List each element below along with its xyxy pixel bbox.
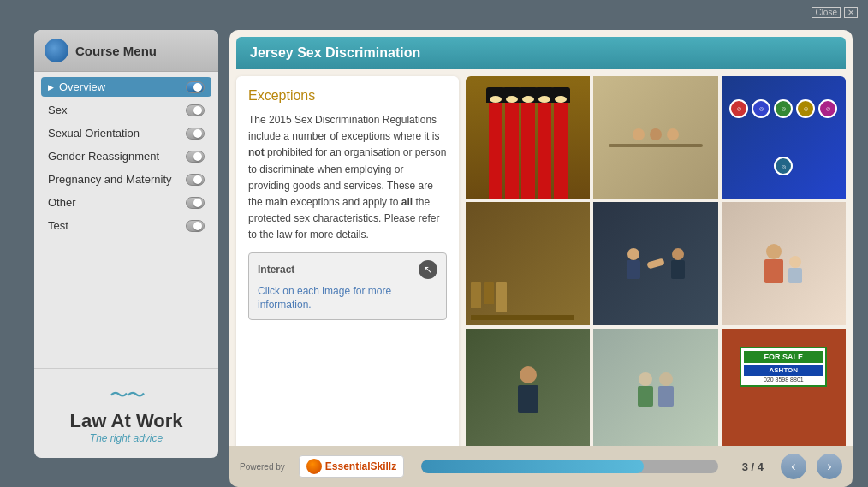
toggle-sexual-orientation[interactable]	[186, 128, 205, 140]
image-woman[interactable]	[466, 329, 590, 451]
text-bold2: all	[401, 196, 413, 208]
logo-title: Law At Work	[48, 410, 205, 432]
page-indicator: 3 / 4	[742, 460, 764, 473]
cursor-icon: ↖	[419, 260, 437, 279]
image-meeting[interactable]	[593, 76, 717, 199]
sidebar-item-sex[interactable]: Sex	[41, 100, 211, 120]
image-grid: ◎ ◎ ◎ ◎ ◎ ◎	[466, 76, 846, 451]
sidebar-title: Course Menu	[75, 44, 157, 58]
globe-icon	[45, 39, 68, 62]
image-baby[interactable]	[722, 202, 846, 324]
image-elderly[interactable]	[593, 329, 717, 451]
logo-waves-icon: 〜〜	[48, 383, 205, 408]
prev-button[interactable]: ‹	[781, 454, 806, 479]
main-title: Jersey Sex Discrimination	[250, 45, 420, 60]
toggle-sex[interactable]	[186, 104, 205, 116]
es-logo-icon	[306, 459, 322, 474]
text-bold1: not	[248, 146, 265, 158]
essentialskillz-logo: EssentialSkillz	[299, 455, 404, 478]
forsale-phone: 020 8598 8801	[744, 377, 823, 383]
sidebar-item-other[interactable]: Other	[41, 193, 211, 212]
sidebar-item-label: Gender Reassignment	[48, 150, 159, 163]
exceptions-title: Exceptions	[248, 88, 447, 104]
sidebar-item-overview[interactable]: ▶ Overview	[41, 77, 211, 97]
toggle-overview[interactable]	[186, 81, 205, 93]
exceptions-text: The 2015 Sex Discrimination Regulations …	[248, 112, 447, 244]
sidebar-item-label: Overview	[59, 80, 105, 93]
interact-header: Interact ↖	[258, 260, 437, 279]
interact-box: Interact ↖ Click on each image for more …	[248, 252, 447, 321]
text-panel: Exceptions The 2015 Sex Discrimination R…	[236, 76, 459, 451]
forsale-text: FOR SALE	[744, 351, 823, 363]
guard-figure	[521, 101, 535, 199]
logo-tagline: The right advice	[48, 432, 205, 444]
toggle-gender-reassignment[interactable]	[186, 151, 205, 163]
sidebar-header: Course Menu	[34, 30, 218, 72]
progress-bar-container	[421, 460, 717, 473]
close-label: Close	[812, 7, 841, 18]
sidebar-item-test[interactable]: Test	[41, 216, 211, 235]
guard-figure	[538, 101, 551, 199]
toggle-other[interactable]	[186, 197, 205, 209]
sidebar-item-label: Other	[48, 196, 76, 209]
image-forsale[interactable]: FOR SALE ASHTON 020 8598 8801	[722, 329, 846, 451]
image-badges[interactable]: ◎ ◎ ◎ ◎ ◎ ◎	[722, 76, 846, 199]
image-handshake[interactable]	[593, 202, 717, 324]
sidebar-logo: 〜〜 Law At Work The right advice	[34, 368, 218, 458]
sidebar-item-label: Test	[48, 219, 68, 232]
bottom-bar: Powered by EssentialSkillz 3 / 4 ‹ ›	[229, 446, 853, 487]
image-guards[interactable]	[466, 76, 590, 199]
image-parliament[interactable]	[466, 202, 590, 324]
close-icon: ✕	[844, 7, 858, 18]
text-part1: The 2015 Sex Discrimination Regulations …	[248, 114, 439, 142]
interact-label: Interact	[258, 264, 294, 276]
powered-by-text: Powered by	[240, 462, 285, 472]
main-body: Exceptions The 2015 Sex Discrimination R…	[229, 69, 853, 458]
sidebar-item-label: Sexual Orientation	[48, 127, 140, 140]
sidebar-item-label: Pregnancy and Maternity	[48, 173, 172, 186]
guard-figure	[554, 101, 568, 199]
es-logo-text: EssentialSkillz	[325, 460, 396, 472]
forsale-agency: ASHTON	[744, 365, 823, 376]
guard-figure	[489, 101, 502, 199]
sidebar-items: ▶ Overview Sex Sexual Orientation Gender…	[34, 72, 218, 368]
close-button[interactable]: Close ✕	[812, 7, 858, 18]
main-content: Jersey Sex Discrimination Exceptions The…	[229, 30, 853, 458]
sidebar: Course Menu ▶ Overview Sex Sexual Orient…	[34, 30, 218, 458]
toggle-pregnancy-maternity[interactable]	[186, 174, 205, 186]
progress-bar-fill	[421, 460, 644, 473]
guard-figure	[505, 101, 519, 199]
sidebar-item-gender-reassignment[interactable]: Gender Reassignment	[41, 146, 211, 166]
interact-desc: Click on each image for more information…	[258, 284, 437, 313]
arrow-icon: ▶	[48, 83, 54, 92]
next-button[interactable]: ›	[817, 454, 842, 479]
sidebar-item-pregnancy-maternity[interactable]: Pregnancy and Maternity	[41, 169, 211, 189]
sidebar-item-label: Sex	[48, 104, 67, 116]
sidebar-item-sexual-orientation[interactable]: Sexual Orientation	[41, 123, 211, 143]
main-header: Jersey Sex Discrimination	[236, 37, 846, 69]
toggle-test[interactable]	[186, 220, 205, 232]
